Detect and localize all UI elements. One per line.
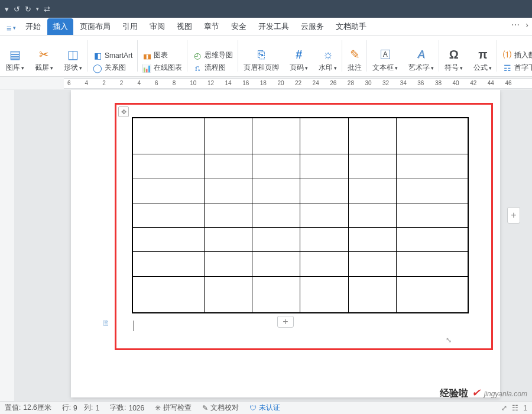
proofing-icon [202,404,208,412]
fullscreen-icon[interactable] [501,404,507,412]
status-spellcheck[interactable]: 拼写检查 [155,403,192,413]
status-spellcheck-label: 拼写检查 [163,403,192,413]
watermark-button[interactable]: 水印▾ [317,47,338,73]
tab-devtools[interactable]: 开发工具 [253,18,294,35]
textbox-button[interactable]: 文本框▾ [371,47,399,73]
comment-button[interactable]: 批注 [346,47,363,73]
ruler-number: 6 [155,80,158,86]
ribbon-next-icon[interactable] [525,20,528,30]
table-row [132,118,468,154]
headerfooter-button[interactable]: 页眉和页脚 [242,47,280,73]
relation-icon [93,63,102,73]
watermark-overlay: 经验啦 ✔ jingyanla.com [440,386,527,400]
tab-review[interactable]: 审阅 [144,18,170,35]
ruler-number: 4 [85,80,89,86]
watermark-url: jingyanla.com [484,390,527,398]
ruler-number: 34 [400,80,407,86]
status-unverified-label: 未认证 [259,403,280,413]
check-icon: ✔ [472,386,481,399]
symbol-button[interactable]: 符号▾ [443,47,464,73]
watermark-brand: 经验啦 [440,387,468,400]
screenshot-icon [39,47,49,62]
insertnumber-button[interactable]: 插入数字 白 [501,50,532,60]
document-page[interactable] [71,90,500,397]
ruler-number: 20 [277,80,284,86]
screenshot-button[interactable]: 截屏▾ [34,47,54,73]
add-row-button[interactable] [277,316,294,328]
smartart-button[interactable]: SmartArt [92,51,134,60]
view-mode-icon[interactable]: ☷ [512,404,518,412]
qat-dropdown-icon[interactable] [5,5,9,14]
ribbon: 图库▾ 截屏▾ 形状▾ SmartArt 关系图 图表 在线图表 思维导图 流程… [0,35,532,77]
symbol-label: 符号 [445,63,459,73]
shapes-button[interactable]: 形状▾ [63,47,83,73]
qat-more-icon[interactable]: ▾ [36,6,39,12]
chart-button[interactable]: 图表 [141,50,183,60]
ruler-number: 30 [365,80,371,86]
table-move-handle-icon[interactable] [118,106,129,117]
status-col-label: 列: [84,403,93,413]
ruler-number: 6 [67,80,71,86]
ruler-number: 8 [173,80,176,86]
ruler-number: 14 [225,80,232,86]
headerfooter-icon [258,47,265,62]
quick-access-toolbar: ▾ [5,5,50,14]
status-line-label: 行: [62,403,71,413]
dropcap-button[interactable]: 首字下沉 [501,63,532,73]
zoom-value: 1 [523,404,527,412]
table-resize-handle-icon[interactable] [446,336,452,344]
title-bar: ▾ [0,0,532,18]
flowchart-icon [193,63,202,73]
onlinechart-button[interactable]: 在线图表 [141,63,183,73]
redo-icon[interactable] [25,5,31,14]
file-menu[interactable]: ▾ [4,21,19,35]
tab-reference[interactable]: 引用 [117,18,143,35]
pagenum-button[interactable]: 页码▾ [288,47,309,73]
wordart-label: 艺术字 [408,63,430,73]
table[interactable] [132,117,469,313]
paragraph-options-icon[interactable] [102,318,111,329]
relation-button[interactable]: 关系图 [92,63,134,73]
shapes-icon [67,47,79,62]
add-column-button[interactable] [507,207,520,224]
tab-cloud[interactable]: 云服务 [296,18,329,35]
table-row [132,252,468,276]
status-position[interactable]: 置值: 12.6厘米 [5,403,51,413]
tab-security[interactable]: 安全 [226,18,252,35]
ruler-number: 22 [295,80,301,86]
dropcap-icon [502,63,512,73]
status-line[interactable]: 行: 9 列: 1 [62,403,99,413]
ruler-number: 4 [137,80,141,86]
tab-start[interactable]: 开始 [20,18,46,35]
mindmap-button[interactable]: 思维导图 [192,50,234,60]
chart-label: 图表 [154,50,168,60]
compare-icon[interactable] [44,5,50,14]
flowchart-label: 流程图 [205,63,226,73]
tab-chapter[interactable]: 章节 [199,18,225,35]
flowchart-button[interactable]: 流程图 [192,63,234,73]
view-controls: ☷ 1 [501,404,527,412]
ribbon-misc-icon[interactable] [511,20,520,30]
undo-icon[interactable] [14,5,20,14]
shield-icon [249,404,257,412]
tab-view[interactable]: 视图 [171,18,197,35]
tab-helper[interactable]: 文档助手 [330,18,372,35]
status-position-label: 置值: [5,403,21,413]
tab-insert[interactable]: 插入 [47,18,73,35]
mindmap-label: 思维导图 [205,50,233,60]
status-words[interactable]: 字数: 1026 [110,403,144,413]
vertical-ruler[interactable] [0,90,14,401]
equation-button[interactable]: 公式▾ [472,47,493,73]
pagenum-icon [296,47,302,62]
gallery-icon [9,47,21,62]
ruler-number: 26 [330,80,336,86]
horizontal-ruler[interactable]: 6422468101214161820222426283032343638404… [64,78,532,89]
status-proofing[interactable]: 文档校对 [202,403,239,413]
gallery-button[interactable]: 图库▾ [5,47,25,73]
wordart-icon [418,47,425,62]
status-unverified[interactable]: 未认证 [249,403,280,413]
tab-layout[interactable]: 页面布局 [74,18,116,35]
ruler-number: 32 [382,80,389,86]
wordart-button[interactable]: 艺术字▾ [407,47,435,73]
ribbon-tabs: ▾ 开始 插入 页面布局 引用 审阅 视图 章节 安全 开发工具 云服务 文档助… [0,18,532,35]
